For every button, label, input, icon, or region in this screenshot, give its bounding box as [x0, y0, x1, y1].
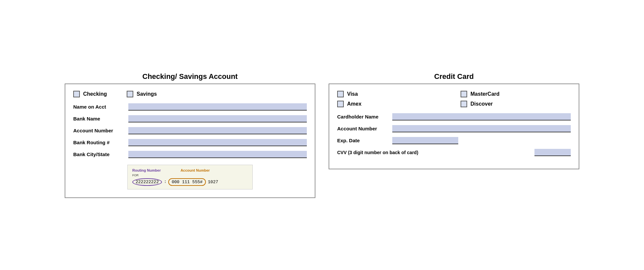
- account-number-label-check: Account Number: [180, 168, 210, 172]
- cvv-input[interactable]: [534, 149, 571, 156]
- amex-checkbox[interactable]: [337, 101, 344, 107]
- cc-account-number-row: Account Number: [337, 125, 571, 132]
- cc-account-number-input[interactable]: [392, 125, 571, 132]
- credit-card-section: Credit Card Visa MasterCard Amex: [329, 72, 579, 169]
- discover-checkbox[interactable]: [461, 101, 467, 107]
- exp-date-label: Exp. Date: [337, 138, 388, 143]
- checking-checkbox[interactable]: [73, 91, 80, 97]
- bank-city-state-input[interactable]: [128, 151, 307, 158]
- name-on-acct-input[interactable]: [128, 103, 307, 111]
- visa-label: Visa: [347, 91, 358, 97]
- check-numbers-row: 222222222 : 000 111 555# 1027: [132, 178, 248, 186]
- page-wrapper: Checking/ Savings Account Checking Savin…: [42, 72, 602, 198]
- exp-date-input[interactable]: [392, 137, 458, 144]
- checking-savings-box: Checking Savings Name on Acct Bank Name …: [65, 84, 315, 198]
- bank-routing-label: Bank Routing #: [73, 140, 124, 145]
- mastercard-checkbox-item[interactable]: MasterCard: [461, 91, 571, 97]
- account-number-value: 000 111 555#: [168, 178, 206, 186]
- mastercard-label: MasterCard: [470, 91, 499, 97]
- credit-card-title: Credit Card: [329, 72, 579, 81]
- discover-label: Discover: [470, 101, 493, 107]
- checking-savings-section: Checking/ Savings Account Checking Savin…: [65, 72, 315, 198]
- bank-routing-row: Bank Routing #: [73, 139, 307, 146]
- cardholder-name-label: Cardholder Name: [337, 114, 388, 119]
- bank-city-state-row: Bank City/State: [73, 151, 307, 158]
- check-suffix: 1027: [208, 180, 218, 185]
- savings-label: Savings: [137, 91, 157, 97]
- check-labels-row: Routing Number Account Number: [132, 168, 248, 172]
- check-image: Routing Number Account Number FOR 222222…: [127, 165, 253, 189]
- card-type-grid: Visa MasterCard Amex Discover: [337, 91, 571, 107]
- amex-label: Amex: [347, 101, 362, 107]
- cardholder-name-input[interactable]: [392, 113, 571, 120]
- account-number-label: Account Number: [73, 128, 124, 133]
- discover-checkbox-item[interactable]: Discover: [461, 101, 571, 107]
- savings-checkbox[interactable]: [127, 91, 133, 97]
- account-number-row: Account Number: [73, 127, 307, 134]
- credit-card-box: Visa MasterCard Amex Discover Cardholder…: [329, 84, 579, 169]
- name-on-acct-row: Name on Acct: [73, 103, 307, 111]
- checking-savings-title: Checking/ Savings Account: [65, 72, 315, 81]
- cardholder-name-row: Cardholder Name: [337, 113, 571, 120]
- checking-label: Checking: [83, 91, 107, 97]
- visa-checkbox[interactable]: [337, 91, 344, 97]
- mastercard-checkbox[interactable]: [461, 91, 467, 97]
- exp-date-row: Exp. Date: [337, 137, 571, 144]
- routing-number-label: Routing Number: [132, 168, 161, 172]
- cc-account-number-label: Account Number: [337, 126, 388, 131]
- amex-checkbox-item[interactable]: Amex: [337, 101, 447, 107]
- bank-name-row: Bank Name: [73, 115, 307, 122]
- name-on-acct-label: Name on Acct: [73, 104, 124, 110]
- bank-city-state-label: Bank City/State: [73, 152, 124, 157]
- bank-routing-input[interactable]: [128, 139, 307, 146]
- visa-checkbox-item[interactable]: Visa: [337, 91, 447, 97]
- savings-checkbox-item[interactable]: Savings: [127, 91, 157, 97]
- colon-separator: :: [164, 180, 166, 184]
- check-for-label: FOR: [132, 174, 248, 177]
- account-type-row: Checking Savings: [73, 91, 307, 97]
- bank-name-input[interactable]: [128, 115, 307, 122]
- bank-name-label: Bank Name: [73, 116, 124, 121]
- cvv-row: CVV (3 digit number on back of card): [337, 149, 571, 156]
- cvv-label: CVV (3 digit number on back of card): [337, 150, 531, 155]
- account-number-input[interactable]: [128, 127, 307, 134]
- routing-number-value: 222222222: [132, 178, 162, 186]
- checking-checkbox-item[interactable]: Checking: [73, 91, 107, 97]
